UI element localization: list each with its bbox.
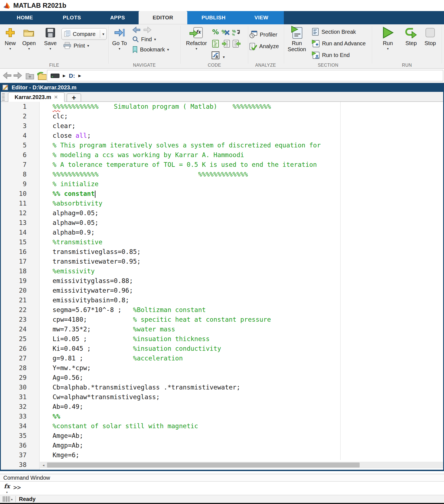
editor-panel-titlebar: Editor - D:\Karrar.2023.m — [0, 83, 444, 92]
bookmark-button[interactable]: Bookmark ▾ — [132, 46, 169, 53]
compare-button[interactable]: Compare ▾ — [61, 28, 107, 40]
comment-button[interactable]: % — [211, 28, 220, 37]
function-step-button[interactable]: fi — [211, 51, 220, 60]
code-text: Ag=0.56; — [40, 373, 83, 383]
code-text: Li=0.05 ; %insuation thickness — [40, 334, 210, 344]
code-text: emissivitybasin=0.8; — [40, 295, 129, 305]
run-button[interactable]: Run ▾ — [380, 26, 396, 50]
tab-editor[interactable]: EDITOR — [139, 11, 187, 24]
command-prompt[interactable]: >> — [13, 484, 21, 491]
address-bar: ▶ D: ▶ — [0, 69, 444, 83]
open-button[interactable]: Open ▾ — [20, 26, 38, 50]
line-number: 29 — [1, 373, 40, 383]
indent-right-button[interactable] — [222, 39, 230, 48]
code-line: 13alphaw=0.05; — [1, 218, 443, 228]
code-text: %% — [40, 412, 60, 421]
fx-button[interactable]: fx ▾ — [3, 483, 11, 494]
save-button[interactable]: Save ▾ — [41, 26, 59, 50]
line-number: 26 — [1, 344, 40, 354]
profiler-icon — [249, 30, 258, 39]
code-line: 26Ki=0.045 ; %insuation conductivity — [1, 344, 443, 354]
tab-view[interactable]: VIEW — [247, 11, 276, 24]
run-to-end-button[interactable]: Run to End — [311, 51, 350, 59]
step-button[interactable]: Step — [402, 26, 420, 46]
uncomment-button[interactable]: % — [222, 28, 230, 37]
line-number: 34 — [1, 421, 40, 431]
breadcrumb-drive[interactable]: D: — [69, 72, 75, 79]
code-line: 18%emissivity — [1, 266, 443, 276]
editor-pencil-icon — [2, 84, 9, 91]
comment-percent-icon: % — [212, 28, 219, 36]
goto-button[interactable]: Go To ▾ — [111, 26, 128, 50]
code-text: Kmge=6; — [40, 450, 79, 460]
code-editor[interactable]: 1%%%%%%%%%%%% Simulaton program ( Matlab… — [1, 102, 443, 470]
new-tab-button[interactable]: + — [67, 93, 81, 102]
analyze-button[interactable]: Analyze — [249, 42, 279, 50]
code-text: close all; — [40, 131, 91, 141]
code-line: 12alphag=0.05; — [1, 208, 443, 218]
refactor-button[interactable]: fx Refactor ▾ — [184, 26, 209, 50]
command-window-header[interactable]: Command Window — [0, 474, 444, 482]
editor-file-tab[interactable]: Karrar.2023.m ✕ — [8, 92, 64, 102]
line-number: 6 — [1, 150, 40, 160]
code-more-button[interactable]: ▾ — [221, 53, 227, 61]
back-arrow-icon[interactable] — [132, 27, 141, 33]
code-line: 19emissivityglass=0.88; — [1, 276, 443, 286]
code-text: segma=5.67*10^-8 ; %Boltizman constant — [40, 305, 206, 315]
status-caret-up-icon[interactable]: ▴ — [11, 497, 13, 501]
code-line: 33%% — [1, 412, 443, 421]
section-divider — [284, 26, 284, 64]
close-tab-icon[interactable]: ✕ — [54, 94, 58, 100]
code-text: g=9.81 ; %acceleration — [40, 354, 183, 363]
tab-plots[interactable]: PLOTS — [57, 11, 87, 24]
line-number: 2 — [1, 111, 40, 121]
line-number: 27 — [1, 354, 40, 363]
section-break-button[interactable]: Section Break — [311, 28, 356, 36]
browse-folder-icon[interactable] — [37, 72, 46, 80]
new-button[interactable]: New ▾ — [2, 26, 18, 50]
window-titlebar: MATLAB R2021b — [0, 0, 444, 11]
tab-home[interactable]: HOME — [10, 11, 40, 24]
code-text: %% constant — [40, 189, 95, 199]
line-number: 15 — [1, 237, 40, 247]
code-line: 32Ab=0.49; — [1, 402, 443, 412]
line-number: 9 — [1, 179, 40, 189]
run-and-advance-button[interactable]: Run and Advance — [311, 39, 366, 48]
scroll-left-icon[interactable]: ◂ — [40, 463, 47, 468]
uncomment-percent-icon: % — [222, 28, 230, 36]
folder-up-icon[interactable] — [25, 72, 34, 80]
code-text: emissivitywater=0.96; — [40, 286, 133, 295]
smart-indent-button[interactable] — [211, 39, 220, 48]
code-text: %%%%%%%%%%%% %%%%%%%%%%%%% — [40, 170, 248, 179]
horizontal-scrollbar[interactable]: ◂ — [40, 462, 443, 468]
tab-apps[interactable]: APPS — [102, 11, 133, 24]
search-icon — [132, 36, 139, 43]
find-button[interactable]: Find ▾ — [132, 36, 156, 43]
nav-back-icon[interactable] — [3, 72, 12, 79]
tabstrip-grip-handle[interactable] — [2, 93, 5, 101]
profiler-button[interactable]: Profiler — [249, 30, 277, 39]
section-divider — [108, 26, 109, 64]
breadcrumb-arrow-icon: ▶ — [63, 74, 66, 78]
wrap-comments-button[interactable]: %% — [232, 28, 241, 37]
code-text: Cw=alphaw*transmistiveglass; — [40, 392, 160, 402]
code-line: 10%% constant — [1, 189, 443, 199]
status-grip-handle[interactable] — [3, 496, 10, 502]
section-divider — [181, 26, 181, 64]
breadcrumb[interactable]: ▶ D: ▶ — [47, 70, 443, 81]
run-section-button[interactable]: Run Section — [288, 26, 306, 52]
scrollbar-thumb[interactable] — [47, 463, 360, 467]
compare-doc-icon — [64, 30, 71, 38]
dropdown-arrow-icon: ▾ — [223, 56, 225, 58]
print-button[interactable]: Print ▾ — [63, 42, 89, 49]
command-window[interactable]: fx ▾ >> — [0, 482, 444, 495]
line-number: 13 — [1, 218, 40, 228]
indent-left-button[interactable] — [232, 39, 241, 48]
section-label-analyze: ANALYZE — [238, 63, 293, 68]
stop-button[interactable]: Stop — [422, 26, 439, 46]
nav-forward-icon[interactable] — [13, 72, 22, 79]
dropdown-arrow-icon: ▾ — [387, 47, 389, 50]
tab-publish[interactable]: PUBLISH — [197, 11, 230, 24]
forward-arrow-icon[interactable] — [143, 27, 152, 33]
code-text: Amge=Ab; — [40, 431, 83, 441]
